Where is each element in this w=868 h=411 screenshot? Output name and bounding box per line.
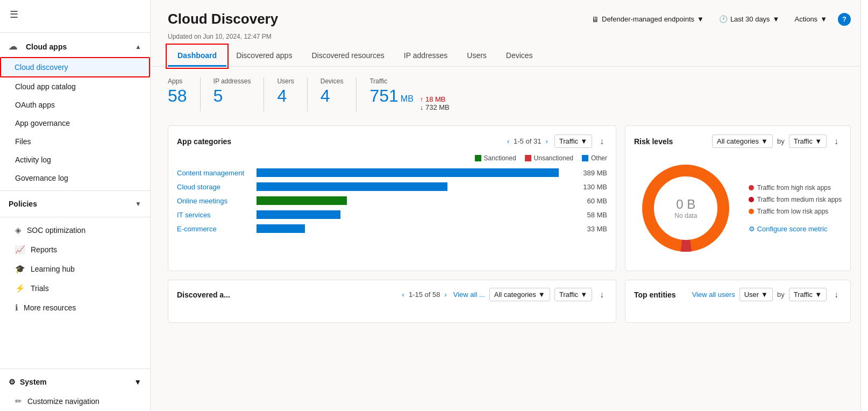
risk-levels-card: Risk levels All categories ▼ by Traffic … — [625, 125, 851, 271]
te-traffic-dropdown[interactable]: Traffic ▼ — [789, 288, 827, 301]
cloud-apps-chevron: ▲ — [135, 43, 141, 51]
risk-categories-chevron: ▼ — [761, 137, 768, 145]
da-prev-btn[interactable]: ‹ — [400, 289, 407, 300]
endpoint-selector[interactable]: 🖥 Defender-managed endpoints ▼ — [587, 13, 708, 26]
tab-discovered-apps[interactable]: Discovered apps — [226, 46, 302, 67]
sidebar-item-customize-navigation[interactable]: ✏ Customize navigation — [0, 392, 150, 411]
top-entities-card: Top entities View all users User ▼ by Tr… — [625, 280, 851, 323]
da-view-all-link[interactable]: View all ... — [453, 290, 485, 299]
bar-it-services: IT services 58 MB — [177, 210, 607, 219]
sidebar-item-learning-hub[interactable]: 🎓 Learning hub — [0, 259, 150, 279]
donut-center: 0 B No data — [674, 197, 697, 219]
sidebar-item-trials[interactable]: ⚡ Trials — [0, 279, 150, 298]
help-button[interactable]: ? — [838, 13, 851, 26]
sidebar-item-oauth-apps[interactable]: OAuth apps — [0, 96, 150, 114]
other-label: Other — [591, 154, 607, 162]
legend-other: Other — [582, 154, 607, 162]
sidebar-item-soc-optimization[interactable]: ◈ SOC optimization — [0, 221, 150, 240]
user-dropdown[interactable]: User ▼ — [739, 288, 773, 301]
risk-categories-dropdown[interactable]: All categories ▼ — [712, 134, 773, 148]
sidebar-item-app-governance[interactable]: App governance — [0, 114, 150, 132]
configure-score-metric[interactable]: ⚙ Configure score metric — [749, 225, 842, 233]
te-download-button[interactable]: ↓ — [831, 289, 842, 301]
traffic-upload: ↑ 18 MB — [420, 95, 450, 103]
da-traffic-chevron: ▼ — [580, 290, 587, 299]
sidebar-item-cloud-discovery[interactable]: Cloud discovery — [0, 57, 150, 77]
prev-page-btn[interactable]: ‹ — [505, 136, 511, 146]
tab-ip-addresses[interactable]: IP addresses — [394, 46, 457, 67]
donut-chart: 0 B No data — [637, 160, 734, 257]
risk-traffic-label: Traffic — [794, 137, 813, 145]
legend-sanctioned: Sanctioned — [475, 154, 516, 162]
sidebar: ☰ ☁ Cloud apps ▲ Cloud discovery Cloud a… — [0, 0, 151, 411]
user-label: User — [744, 290, 759, 299]
tab-devices[interactable]: Devices — [496, 46, 543, 67]
tab-dashboard[interactable]: Dashboard — [168, 46, 226, 67]
app-categories-title: App categories — [177, 137, 231, 146]
risk-traffic-chevron: ▼ — [815, 137, 822, 145]
bar-container-it-services — [257, 210, 578, 219]
discovered-apps-pagination: ‹ 1-15 of 58 › — [400, 289, 449, 300]
da-download-button[interactable]: ↓ — [596, 289, 607, 301]
donut-label: No data — [674, 212, 697, 219]
sidebar-section-system[interactable]: ⚙ System ▼ — [0, 372, 150, 392]
sidebar-item-governance-log-label: Governance log — [15, 174, 68, 182]
da-next-btn[interactable]: › — [442, 289, 449, 300]
apps-label: Apps — [168, 77, 187, 85]
top-entities-title: Top entities — [634, 290, 676, 299]
page-header: Cloud Discovery 🖥 Defender-managed endpo… — [151, 0, 868, 33]
risk-download-button[interactable]: ↓ — [831, 136, 842, 147]
low-risk-dot — [749, 209, 754, 214]
hamburger-icon[interactable]: ☰ — [0, 0, 150, 29]
traffic-num: 751 — [369, 87, 398, 104]
da-categories-chevron: ▼ — [538, 290, 545, 299]
medium-risk-label: Traffic from medium risk apps — [757, 196, 842, 203]
traffic-filter-chevron: ▼ — [580, 137, 587, 145]
medium-risk-dot — [749, 197, 754, 202]
risk-traffic-dropdown[interactable]: Traffic ▼ — [789, 134, 827, 148]
sidebar-item-trials-label: Trials — [31, 284, 49, 293]
bar-label-content-management[interactable]: Content management — [177, 169, 252, 177]
unsanctioned-label: Unsanctioned — [534, 154, 573, 162]
view-all-users-link[interactable]: View all users — [692, 290, 735, 299]
sidebar-item-cloud-app-catalog[interactable]: Cloud app catalog — [0, 77, 150, 96]
bar-value-it-services: 58 MB — [587, 211, 607, 219]
actions-label: Actions — [794, 15, 817, 23]
sidebar-section-cloud-apps[interactable]: ☁ Cloud apps ▲ — [0, 36, 150, 57]
sidebar-item-files[interactable]: Files — [0, 132, 150, 151]
download-button[interactable]: ↓ — [596, 136, 607, 147]
sidebar-item-governance-log[interactable]: Governance log — [0, 169, 150, 187]
updated-text: Updated on Jun 10, 2024, 12:47 PM — [151, 33, 868, 46]
sidebar-item-more-resources[interactable]: ℹ More resources — [0, 298, 150, 317]
endpoint-label: Defender-managed endpoints — [602, 15, 694, 23]
risk-categories-label: All categories — [717, 137, 759, 145]
da-traffic-dropdown[interactable]: Traffic ▼ — [554, 288, 592, 301]
sidebar-item-files-label: Files — [15, 137, 31, 146]
timerange-label: Last 30 days — [730, 15, 770, 23]
sidebar-item-activity-log[interactable]: Activity log — [0, 151, 150, 169]
sidebar-item-cloud-discovery-label: Cloud discovery — [15, 63, 68, 72]
actions-button[interactable]: Actions ▼ — [790, 13, 831, 25]
page-info: 1-5 of 31 — [514, 137, 541, 145]
da-page-info: 1-15 of 58 — [409, 290, 440, 299]
bar-online-meetings: Online meetings 60 MB — [177, 196, 607, 205]
tab-discovered-resources[interactable]: Discovered resources — [302, 46, 394, 67]
sidebar-section-system-label: System — [20, 378, 47, 386]
traffic-filter-dropdown[interactable]: Traffic ▼ — [554, 134, 592, 148]
sidebar-item-reports[interactable]: 📈 Reports — [0, 240, 150, 259]
bar-label-it-services[interactable]: IT services — [177, 211, 252, 219]
users-value: 4 — [277, 87, 294, 104]
high-risk-label: Traffic from high risk apps — [757, 184, 831, 192]
bar-content-management: Content management 389 MB — [177, 168, 607, 177]
traffic-filter-label: Traffic — [559, 137, 578, 145]
timerange-chevron: ▼ — [773, 15, 780, 23]
bar-label-cloud-storage[interactable]: Cloud storage — [177, 183, 252, 191]
da-categories-dropdown[interactable]: All categories ▼ — [489, 288, 550, 301]
bar-label-ecommerce[interactable]: E-commerce — [177, 225, 252, 233]
soc-icon: ◈ — [15, 225, 22, 235]
timerange-selector[interactable]: 🕐 Last 30 days ▼ — [715, 13, 784, 25]
bar-label-online-meetings[interactable]: Online meetings — [177, 197, 252, 205]
next-page-btn[interactable]: › — [543, 136, 550, 146]
tab-users[interactable]: Users — [457, 46, 496, 67]
sidebar-section-policies[interactable]: Policies ▼ — [0, 194, 150, 214]
